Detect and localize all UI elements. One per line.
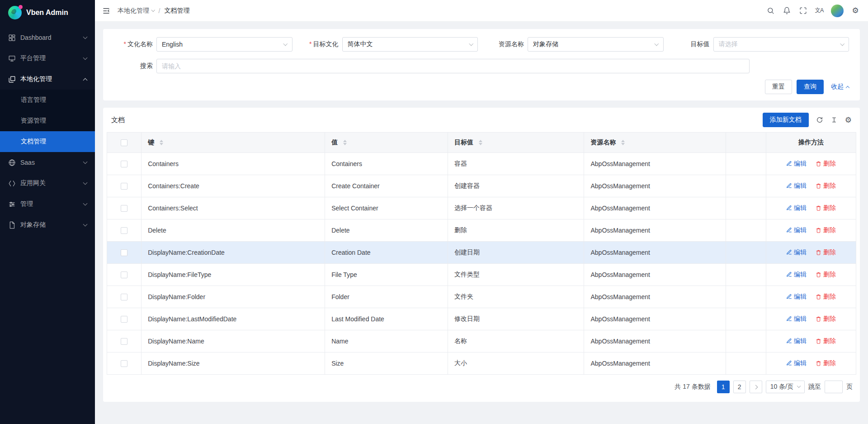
delete-button[interactable]: 删除 <box>816 248 836 257</box>
cell-target-value: 文件类型 <box>448 264 584 286</box>
page-size-select[interactable]: 10 条/页 <box>766 381 805 393</box>
reset-button[interactable]: 重置 <box>765 80 792 94</box>
row-checkbox[interactable] <box>121 338 127 345</box>
cell-value: Last Modified Date <box>325 308 448 330</box>
edit-button[interactable]: 编辑 <box>786 271 807 279</box>
breadcrumb-parent[interactable]: 本地化管理 <box>118 7 155 15</box>
target-value-select[interactable]: 请选择 <box>713 37 849 52</box>
trash-icon <box>816 316 821 322</box>
delete-button[interactable]: 删除 <box>816 271 836 279</box>
next-page-button[interactable] <box>750 381 762 393</box>
page-1-button[interactable]: 1 <box>717 381 730 393</box>
field-culture-name: 文化名称 English <box>114 37 292 52</box>
culture-name-select[interactable]: English <box>156 37 292 52</box>
translate-icon[interactable]: 文A <box>811 0 827 22</box>
fullscreen-icon[interactable] <box>795 0 811 22</box>
row-checkbox[interactable] <box>121 249 127 256</box>
sort-icon[interactable] <box>621 140 625 145</box>
add-document-button[interactable]: 添加新文档 <box>763 113 809 127</box>
cell-value: Name <box>325 330 448 353</box>
collapse-link[interactable]: 收起 <box>831 83 849 91</box>
edit-button[interactable]: 编辑 <box>786 315 807 323</box>
delete-button[interactable]: 删除 <box>816 160 836 168</box>
pencil-icon <box>786 316 792 322</box>
sidebar-menu: Dashboard 平台管理 本地化管理 语言管理 资源管理 <box>0 25 95 424</box>
bell-icon[interactable] <box>778 0 795 22</box>
delete-button[interactable]: 删除 <box>816 182 836 190</box>
row-checkbox[interactable] <box>121 227 127 234</box>
sidebar-item-localization[interactable]: 本地化管理 <box>0 69 95 90</box>
sort-icon[interactable] <box>479 140 482 145</box>
cell-empty <box>726 308 766 330</box>
menu-fold-icon[interactable] <box>102 7 110 15</box>
chevron-down-icon <box>151 8 155 12</box>
table-row: DisplayName:CreationDate Creation Date 创… <box>107 242 856 264</box>
cell-empty <box>726 175 766 197</box>
pencil-icon <box>786 183 792 189</box>
trash-icon <box>816 294 821 300</box>
app-logo[interactable]: Vben Admin <box>0 0 95 25</box>
row-checkbox[interactable] <box>121 205 127 212</box>
sidebar-item-platform[interactable]: 平台管理 <box>0 48 95 69</box>
edit-button[interactable]: 编辑 <box>786 204 807 212</box>
settings-icon[interactable]: ⚙ <box>847 0 863 22</box>
edit-button[interactable]: 编辑 <box>786 293 807 301</box>
field-search: 搜索 <box>114 59 849 73</box>
target-culture-select[interactable]: 简体中文 <box>342 37 478 52</box>
sort-icon[interactable] <box>343 140 347 145</box>
row-height-icon[interactable] <box>830 116 838 124</box>
row-checkbox[interactable] <box>121 272 127 278</box>
cell-target-value: 修改日期 <box>448 308 584 330</box>
cell-resource-name: AbpOssManagement <box>584 219 726 242</box>
column-header-resource-name[interactable]: 资源名称 <box>584 133 726 153</box>
page-2-button[interactable]: 2 <box>733 381 746 393</box>
column-header-key[interactable]: 键 <box>142 133 325 153</box>
edit-button[interactable]: 编辑 <box>786 226 807 234</box>
sidebar-subitem[interactable]: 文档管理 <box>0 131 95 152</box>
edit-button[interactable]: 编辑 <box>786 337 807 345</box>
target-value-label: 目标值 <box>671 40 710 48</box>
sidebar-item-object-storage[interactable]: 对象存储 <box>0 214 95 235</box>
edit-button[interactable]: 编辑 <box>786 160 807 168</box>
sidebar-item-management[interactable]: 管理 <box>0 194 95 214</box>
search-icon[interactable] <box>762 0 778 22</box>
chevron-right-icon <box>754 385 758 389</box>
column-header-value[interactable]: 值 <box>325 133 448 153</box>
sidebar-item-gateway[interactable]: 应用网关 <box>0 173 95 194</box>
cell-resource-name: AbpOssManagement <box>584 308 726 330</box>
sidebar-item-saas[interactable]: Saas <box>0 152 95 173</box>
delete-button[interactable]: 删除 <box>816 204 836 212</box>
cell-key: DisplayName:Folder <box>142 286 325 308</box>
select-all-checkbox[interactable] <box>121 139 127 146</box>
sidebar-subitem[interactable]: 语言管理 <box>0 90 95 110</box>
row-checkbox[interactable] <box>121 360 127 367</box>
refresh-icon[interactable] <box>816 116 823 124</box>
edit-button[interactable]: 编辑 <box>786 182 807 190</box>
trash-icon <box>816 227 821 233</box>
delete-button[interactable]: 删除 <box>816 293 836 301</box>
edit-button[interactable]: 编辑 <box>786 248 807 257</box>
row-checkbox[interactable] <box>121 316 127 323</box>
chevron-down-icon <box>83 222 88 226</box>
cell-resource-name: AbpOssManagement <box>584 197 726 219</box>
column-settings-icon[interactable]: ⚙ <box>845 116 852 124</box>
delete-button[interactable]: 删除 <box>816 359 836 367</box>
row-checkbox[interactable] <box>121 183 127 190</box>
delete-button[interactable]: 删除 <box>816 315 836 323</box>
query-button[interactable]: 查询 <box>797 80 824 94</box>
row-checkbox[interactable] <box>121 294 127 300</box>
sidebar-item-dashboard[interactable]: Dashboard <box>0 27 95 48</box>
delete-button[interactable]: 删除 <box>816 337 836 345</box>
avatar[interactable] <box>831 5 844 17</box>
column-header-target-value[interactable]: 目标值 <box>448 133 584 153</box>
sort-icon[interactable] <box>160 140 163 145</box>
column-header-actions: 操作方法 <box>766 133 856 153</box>
row-checkbox[interactable] <box>121 161 127 167</box>
edit-button[interactable]: 编辑 <box>786 359 807 367</box>
sidebar-subitem[interactable]: 资源管理 <box>0 110 95 131</box>
search-input[interactable] <box>156 59 750 73</box>
cell-target-value: 大小 <box>448 353 584 375</box>
resource-name-select[interactable]: 对象存储 <box>528 37 664 52</box>
delete-button[interactable]: 删除 <box>816 226 836 234</box>
jump-page-input[interactable] <box>825 381 843 393</box>
